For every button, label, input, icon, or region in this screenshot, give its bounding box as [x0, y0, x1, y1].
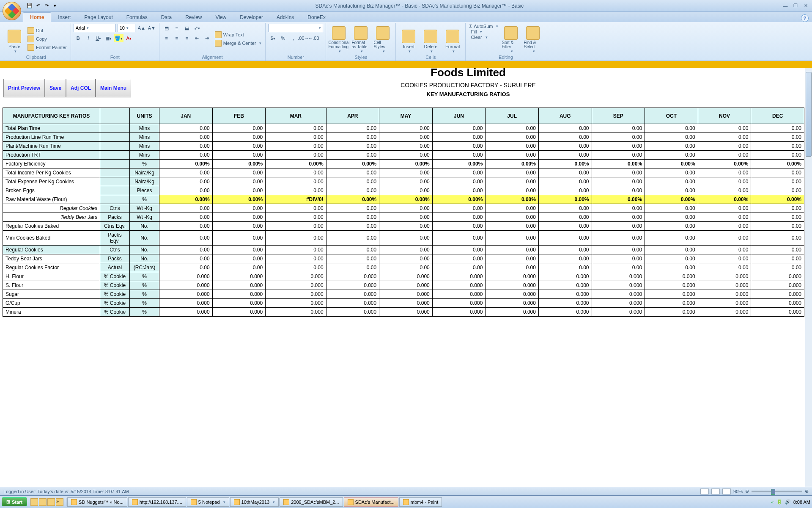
cell[interactable]: 0.00 [379, 254, 433, 263]
row-label[interactable]: Sugar [3, 290, 100, 299]
shrink-font-icon[interactable]: A▼ [147, 24, 156, 32]
cell[interactable]: 0.00 [592, 222, 645, 231]
ql-icon[interactable] [39, 498, 47, 506]
cell[interactable]: 0.00 [326, 222, 379, 231]
cell[interactable]: 0.00 [486, 124, 539, 133]
tray-icon[interactable]: 🔊 [785, 499, 791, 505]
cell[interactable]: 0.00 [751, 213, 804, 222]
cell[interactable]: 0.000 [698, 281, 751, 290]
insert-cells-button[interactable]: Insert▾ [398, 24, 419, 54]
cell[interactable]: 0.000 [751, 272, 804, 281]
row-label[interactable]: H. Flour [3, 272, 100, 281]
cell[interactable]: 0.00 [159, 142, 213, 151]
tab-developer[interactable]: Developer [233, 13, 270, 22]
row-units[interactable]: Naira/Kg [130, 177, 159, 186]
cell[interactable]: 0.00 [266, 263, 326, 272]
cell[interactable]: 0.00 [432, 142, 486, 151]
cell[interactable]: 0.00 [326, 177, 379, 186]
cell[interactable]: 0.00 [592, 151, 645, 160]
cell[interactable]: 0.00 [326, 263, 379, 272]
cell[interactable]: 0.00 [432, 151, 486, 160]
cell[interactable]: 0.000 [698, 299, 751, 308]
cell[interactable]: 0.00 [159, 168, 213, 177]
cell[interactable]: 0.00 [751, 133, 804, 142]
cell[interactable]: 0.000 [266, 299, 326, 308]
row-units[interactable]: No. [130, 246, 159, 254]
row-qual[interactable]: Ctns [100, 204, 130, 213]
cell[interactable]: 0.00 [159, 204, 213, 213]
conditional-formatting-button[interactable]: Conditional Formatting▾ [329, 24, 349, 54]
cell[interactable]: 0.00 [645, 222, 698, 231]
zoom-slider[interactable] [752, 491, 802, 492]
row-units[interactable]: % [130, 290, 159, 299]
cell[interactable]: 0.00 [645, 151, 698, 160]
row-units[interactable]: % [130, 308, 159, 317]
paste-button[interactable]: Paste▾ [4, 24, 25, 54]
cell[interactable]: 0.00% [592, 195, 645, 204]
cell[interactable]: 0.000 [159, 272, 213, 281]
cell[interactable]: 0.00 [538, 263, 592, 272]
cell[interactable]: 0.00% [538, 195, 592, 204]
cell[interactable]: 0.00 [326, 186, 379, 195]
cell[interactable]: 0.00 [326, 204, 379, 213]
row-label[interactable]: Teddy Bear Jars [3, 254, 100, 263]
italic-button[interactable]: I [84, 34, 93, 42]
row-label[interactable]: Factory Efficiency [3, 160, 100, 168]
cell[interactable]: 0.00 [486, 246, 539, 254]
row-label[interactable]: Production TRT [3, 151, 100, 160]
format-cells-button[interactable]: Format▾ [442, 24, 463, 54]
row-label[interactable]: Broken Eggs [3, 186, 100, 195]
align-bottom-icon[interactable]: ⬓ [182, 24, 192, 32]
cell[interactable]: 0.00 [698, 168, 751, 177]
merge-center-button[interactable]: Merge & Center▾ [214, 39, 263, 47]
cell[interactable]: 0.000 [538, 308, 592, 317]
cell[interactable]: 0.000 [379, 299, 433, 308]
cell[interactable]: 0.00 [592, 213, 645, 222]
cell[interactable]: 0.00 [751, 168, 804, 177]
cell[interactable]: 0.00 [432, 263, 486, 272]
row-label[interactable]: Mini Cookies Baked [3, 231, 100, 246]
cell[interactable]: 0.00 [266, 186, 326, 195]
tab-view[interactable]: View [208, 13, 233, 22]
cell[interactable]: 0.000 [159, 299, 213, 308]
row-qual[interactable] [100, 133, 130, 142]
cell[interactable]: 0.00 [645, 213, 698, 222]
row-units[interactable]: % [130, 272, 159, 281]
cell[interactable]: 0.000 [159, 290, 213, 299]
cell[interactable]: 0.00 [159, 246, 213, 254]
minimize-button[interactable]: — [781, 3, 790, 9]
task-dropdown-icon[interactable]: ▾ [273, 500, 275, 504]
row-units[interactable]: No. [130, 254, 159, 263]
cell[interactable]: 0.00 [538, 254, 592, 263]
cell[interactable]: 0.00 [159, 222, 213, 231]
cell[interactable]: 0.00 [212, 186, 266, 195]
cell[interactable]: 0.00 [751, 177, 804, 186]
cell[interactable]: 0.00 [592, 231, 645, 246]
cell[interactable]: 0.00% [379, 195, 433, 204]
row-qual[interactable]: % Cookie [100, 272, 130, 281]
row-label[interactable]: Regular Cookies Factor [3, 263, 100, 272]
row-units[interactable]: Naira/Kg [130, 168, 159, 177]
cell[interactable]: 0.00 [159, 186, 213, 195]
office-button[interactable] [3, 2, 21, 20]
increase-indent-icon[interactable]: ⇥ [203, 34, 212, 42]
cell[interactable]: 0.00 [212, 133, 266, 142]
grow-font-icon[interactable]: A▲ [137, 24, 146, 32]
cell[interactable]: 0.00 [751, 204, 804, 213]
row-label[interactable]: Teddy Bear Jars [3, 213, 100, 222]
cell[interactable]: 0.00 [538, 222, 592, 231]
cell[interactable]: 0.000 [266, 290, 326, 299]
cell[interactable]: 0.00 [432, 254, 486, 263]
cell[interactable]: 0.000 [486, 281, 539, 290]
cell[interactable]: 0.00% [486, 195, 539, 204]
task-button[interactable]: SD Nuggets™ » No... [67, 497, 127, 507]
cell[interactable]: 0.00 [538, 168, 592, 177]
row-units[interactable]: No. [130, 222, 159, 231]
cell[interactable]: 0.00 [486, 222, 539, 231]
row-units[interactable]: No. [130, 231, 159, 246]
sort-filter-button[interactable]: Sort & Filter▾ [501, 24, 521, 54]
decrease-indent-icon[interactable]: ⇤ [192, 34, 202, 42]
cell[interactable]: 0.00 [751, 231, 804, 246]
cell[interactable]: 0.00 [379, 231, 433, 246]
cell[interactable]: 0.00 [266, 204, 326, 213]
